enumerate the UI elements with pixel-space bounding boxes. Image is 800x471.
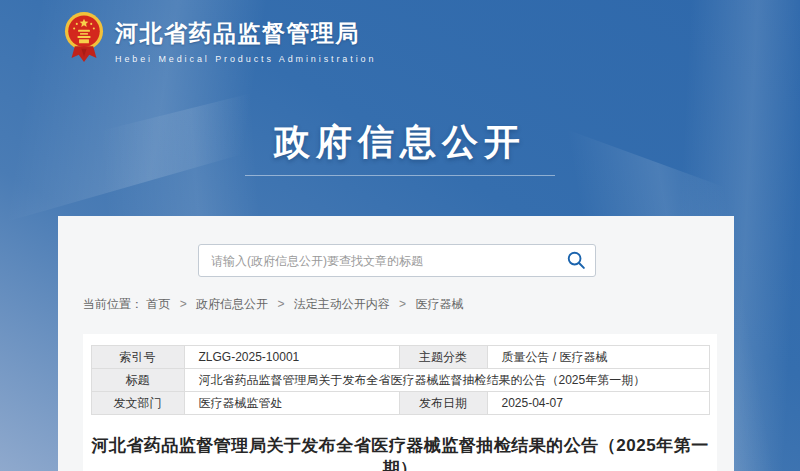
search-button[interactable] — [566, 250, 587, 271]
breadcrumb-prefix: 当前位置： — [83, 297, 143, 311]
table-row: 索引号 ZLGG-2025-10001 主题分类 质量公告 / 医疗器械 — [91, 346, 709, 369]
doc-department-label: 发文部门 — [91, 392, 184, 415]
article-title: 河北省药品监督管理局关于发布全省医疗器械监督抽检结果的公告（2025年第一期） — [83, 434, 717, 471]
site-subtitle: Hebei Medical Products Administration — [115, 54, 376, 64]
document-panel: 索引号 ZLGG-2025-10001 主题分类 质量公告 / 医疗器械 标题 … — [83, 334, 717, 471]
table-row: 标题 河北省药品监督管理局关于发布全省医疗器械监督抽检结果的公告（2025年第一… — [91, 369, 709, 392]
doc-index-value: ZLGG-2025-10001 — [184, 346, 399, 369]
table-row: 发文部门 医疗器械监管处 发布日期 2025-04-07 — [91, 392, 709, 415]
doc-pubdate-value: 2025-04-07 — [487, 392, 709, 415]
site-title: 河北省药品监督管理局 — [115, 18, 376, 49]
national-emblem-icon — [63, 10, 105, 72]
page-title: 政府信息公开 — [0, 118, 800, 167]
doc-index-label: 索引号 — [91, 346, 184, 369]
doc-topic-value: 质量公告 / 医疗器械 — [487, 346, 709, 369]
search-input[interactable] — [198, 244, 596, 277]
title-underline-divider — [245, 175, 555, 176]
doc-pubdate-label: 发布日期 — [399, 392, 487, 415]
search-bar — [198, 244, 596, 277]
doc-department-value: 医疗器械监管处 — [184, 392, 399, 415]
doc-title-value: 河北省药品监督管理局关于发布全省医疗器械监督抽检结果的公告（2025年第一期） — [184, 369, 709, 392]
breadcrumb-link-disclosure[interactable]: 法定主动公开内容 — [294, 297, 390, 311]
content-card: 当前位置： 首页 > 政府信息公开 > 法定主动公开内容 > 医疗器械 索引号 … — [58, 216, 734, 471]
breadcrumb-separator: > — [277, 297, 284, 311]
breadcrumb-separator: > — [399, 297, 406, 311]
breadcrumb-link-gov-info[interactable]: 政府信息公开 — [196, 297, 268, 311]
breadcrumb: 当前位置： 首页 > 政府信息公开 > 法定主动公开内容 > 医疗器械 — [83, 296, 463, 313]
breadcrumb-separator: > — [180, 297, 187, 311]
page-background: 河北省药品监督管理局 Hebei Medical Products Admini… — [0, 0, 800, 471]
doc-info-table: 索引号 ZLGG-2025-10001 主题分类 质量公告 / 医疗器械 标题 … — [91, 345, 710, 415]
header-brand[interactable]: 河北省药品监督管理局 Hebei Medical Products Admini… — [63, 10, 376, 72]
breadcrumb-link-home[interactable]: 首页 — [146, 297, 170, 311]
search-icon — [566, 259, 587, 274]
breadcrumb-current: 医疗器械 — [415, 297, 463, 311]
doc-title-label: 标题 — [91, 369, 184, 392]
doc-topic-label: 主题分类 — [399, 346, 487, 369]
